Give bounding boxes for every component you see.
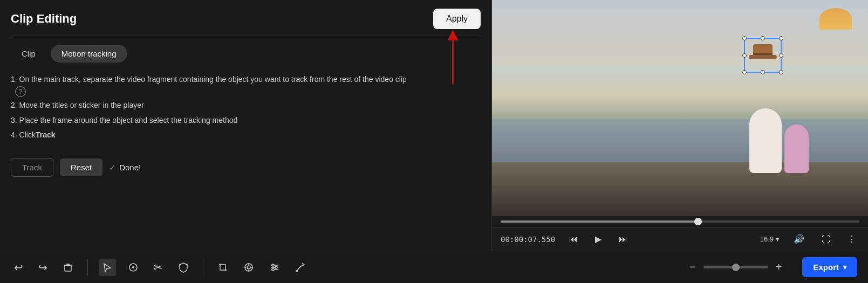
export-label: Export [813, 263, 839, 272]
target-icon [243, 262, 254, 273]
target-button[interactable] [240, 259, 257, 276]
tab-clip[interactable]: Clip [11, 45, 46, 63]
svg-point-3 [132, 266, 134, 268]
svg-rect-1 [65, 265, 71, 271]
cut-button[interactable]: ✂ [151, 258, 166, 277]
instruction-4-bold: Track [36, 129, 56, 142]
instruction-3: 3. Place the frame around the object and… [11, 114, 237, 127]
export-button[interactable]: Export ▾ [802, 257, 857, 277]
instruction-1: 1. On the main track, separate the video… [11, 73, 407, 86]
person-main [749, 108, 782, 173]
panel-title: Clip Editing [11, 12, 77, 26]
instruction-2: 2. Move the titles or sticker in the pla… [11, 99, 144, 112]
instructions: 1. On the main track, separate the video… [11, 73, 421, 143]
check-icon: ✓ [109, 163, 116, 172]
toolbar-separator-1 [87, 259, 88, 275]
done-label: Done! [119, 163, 141, 172]
bottom-toolbar: ↩ ↪ ✂ [0, 251, 868, 283]
svg-point-15 [272, 268, 274, 271]
timestamp-value: 00:00:07.550 [501, 235, 555, 244]
shield-icon [178, 262, 189, 273]
zoom-thumb [732, 264, 740, 271]
path-button[interactable] [292, 258, 310, 277]
circle-edit-icon [128, 262, 139, 273]
progress-thumb[interactable] [694, 218, 702, 225]
right-panel: 00:00:07.550 ⏮ ▶ ⏭ 16:9 ▾ 🔊 ⛶ ⋮ [492, 0, 868, 251]
handle-rm[interactable] [779, 53, 783, 58]
apply-button[interactable]: Apply [433, 9, 481, 29]
done-text: ✓ Done! [109, 163, 141, 172]
video-timestamp: 00:00:07.550 [501, 235, 555, 244]
toolbar-separator-2 [203, 259, 203, 275]
more-options-button[interactable]: ⋮ [844, 233, 859, 245]
play-button[interactable]: ▶ [592, 233, 605, 245]
instruction-4-prefix: 4. Click [11, 129, 36, 142]
hat-brim [749, 55, 777, 59]
svg-point-16 [296, 270, 298, 272]
video-controls-row: 00:00:07.550 ⏮ ▶ ⏭ 16:9 ▾ 🔊 ⛶ ⋮ [492, 227, 868, 251]
sun-element [819, 8, 852, 30]
select-tool-button[interactable] [99, 259, 116, 276]
aspect-ratio-value: 16:9 [760, 235, 774, 243]
crop-icon [217, 262, 228, 273]
panel-header: Clip Editing Apply [11, 9, 481, 36]
zoom-in-button[interactable]: + [773, 258, 785, 277]
tabs-row: Clip Motion tracking [11, 45, 481, 63]
handle-br[interactable] [779, 70, 783, 74]
volume-button[interactable]: 🔊 [790, 233, 808, 245]
handle-tr[interactable] [779, 36, 783, 40]
zoom-controls: − + [686, 258, 785, 277]
handle-bm[interactable] [761, 70, 765, 74]
tab-motion-tracking[interactable]: Motion tracking [51, 45, 127, 63]
video-area [492, 0, 868, 216]
delete-button[interactable] [59, 259, 77, 276]
zoom-out-button[interactable]: − [686, 258, 699, 277]
fullscreen-button[interactable]: ⛶ [818, 233, 833, 245]
crop-button[interactable] [214, 259, 231, 276]
circle-select-button[interactable] [125, 259, 142, 276]
export-chevron-icon: ▾ [843, 264, 846, 271]
handle-tl[interactable] [742, 36, 747, 40]
trash-icon [63, 262, 73, 273]
ocean-element [492, 119, 868, 162]
svg-point-4 [245, 264, 252, 271]
pointer-icon [102, 262, 113, 273]
rewind-button[interactable]: ⏮ [566, 233, 581, 245]
progress-fill [501, 220, 698, 223]
hat-object [751, 44, 775, 59]
fast-forward-button[interactable]: ⏭ [616, 233, 631, 245]
zoom-slider[interactable] [703, 266, 768, 268]
buttons-row: Track Reset ✓ Done! [11, 158, 481, 177]
left-panel: Clip Editing Apply Clip Motion tracking … [0, 0, 492, 251]
svg-point-14 [275, 266, 277, 268]
video-progress-bar[interactable] [501, 220, 859, 223]
video-background [492, 0, 868, 216]
person-child [784, 125, 809, 173]
shield-button[interactable] [175, 259, 192, 276]
sliders-button[interactable] [266, 259, 283, 276]
help-icon[interactable]: ? [15, 86, 26, 97]
handle-lm[interactable] [742, 53, 747, 58]
svg-point-13 [272, 264, 274, 266]
handle-bl[interactable] [742, 70, 747, 74]
tracking-box[interactable] [744, 38, 782, 73]
motion-path-icon [295, 261, 307, 273]
handle-tm[interactable] [761, 36, 765, 40]
sliders-icon [269, 262, 280, 273]
aspect-ratio-selector[interactable]: 16:9 ▾ [760, 235, 780, 243]
undo-button[interactable]: ↩ [11, 258, 26, 277]
redo-button[interactable]: ↪ [35, 258, 51, 277]
reset-button[interactable]: Reset [60, 158, 102, 176]
track-button[interactable]: Track [11, 158, 53, 177]
chevron-down-icon: ▾ [776, 235, 780, 243]
svg-point-5 [247, 266, 250, 269]
sky-element [492, 0, 868, 65]
